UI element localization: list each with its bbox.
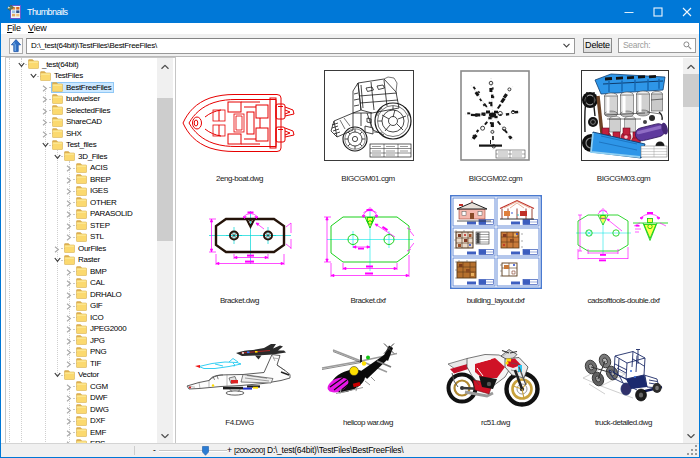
tree-item-content[interactable]: STEP (75, 220, 113, 231)
thumbnail-label[interactable]: helicop war.dwg (343, 418, 393, 427)
tree-item-content[interactable]: STL (75, 231, 107, 242)
combobox-dropdown-icon[interactable] (563, 43, 570, 48)
tree-item-content[interactable]: Raster (63, 254, 103, 265)
tree-item-PARASOLID[interactable]: PARASOLID (6, 208, 175, 220)
collapsed-chevron-icon[interactable] (42, 108, 48, 115)
thumbnail-label[interactable]: Bracket.dwg (220, 296, 259, 305)
tree-item-content[interactable]: CGM (75, 381, 111, 392)
thumb-art-helicop-war[interactable] (321, 341, 399, 395)
tree-item-DWG[interactable]: DWG (6, 404, 175, 416)
collapsed-chevron-icon[interactable] (66, 361, 72, 368)
collapsed-chevron-icon[interactable] (66, 395, 72, 402)
collapsed-chevron-icon[interactable] (42, 85, 48, 92)
expanded-chevron-icon[interactable] (18, 62, 25, 68)
thumbnails-scrollbar[interactable] (683, 58, 699, 444)
up-level-button[interactable] (9, 38, 23, 54)
tree-item-SHX[interactable]: SHX (6, 128, 175, 140)
collapsed-chevron-icon[interactable] (42, 119, 48, 126)
tree-item-CAL[interactable]: CAL (6, 277, 175, 289)
tree-item-budweiser[interactable]: budweiser (6, 93, 175, 105)
tree-item-content[interactable]: PARASOLID (75, 208, 136, 219)
collapsed-chevron-icon[interactable] (66, 292, 72, 299)
tree-item-content[interactable]: DRHALO (75, 289, 125, 300)
tree-item-content[interactable]: DWF (75, 392, 110, 403)
collapsed-chevron-icon[interactable] (66, 234, 72, 241)
tree-item-content[interactable]: SHX (51, 128, 85, 139)
collapsed-chevron-icon[interactable] (66, 315, 72, 322)
expanded-chevron-icon[interactable] (42, 142, 49, 148)
zoom-out-label[interactable]: - (153, 444, 156, 457)
tree-item-content[interactable]: Vector (63, 369, 102, 380)
thumb-art-rc51[interactable] (445, 344, 543, 410)
tree-item-JPEG2000[interactable]: JPEG2000 (6, 323, 175, 335)
tree-item-content[interactable]: CAL (75, 277, 108, 288)
thumbnail-label[interactable]: BIGCGM02.cgm (469, 174, 522, 183)
collapsed-chevron-icon[interactable] (66, 338, 72, 345)
collapsed-chevron-icon[interactable] (42, 96, 48, 103)
collapsed-chevron-icon[interactable] (66, 326, 72, 333)
address-combobox[interactable]: D:\_test(64bit)\TestFiles\BestFreeFiles\ (26, 38, 575, 54)
tree-item-content[interactable]: OurFiles (63, 243, 109, 254)
close-button[interactable] (672, 1, 700, 23)
thumbs-scroll-up-icon[interactable] (683, 58, 699, 75)
thumbnail-label[interactable]: truck-detailed.dwg (595, 418, 652, 427)
thumbnail-label[interactable]: BIGCGM03.cgm (597, 174, 650, 183)
tree-item-OurFiles[interactable]: OurFiles (6, 243, 175, 255)
collapsed-chevron-icon[interactable] (66, 430, 72, 437)
tree-item-content[interactable]: BREP (75, 174, 114, 185)
collapsed-chevron-icon[interactable] (66, 188, 72, 195)
expanded-chevron-icon[interactable] (30, 73, 37, 79)
tree-item-content[interactable]: TIF (75, 358, 104, 369)
zoom-slider-thumb[interactable] (202, 446, 209, 456)
collapsed-chevron-icon[interactable] (66, 407, 72, 414)
tree-scrollbar[interactable] (157, 58, 173, 444)
tree-item-TIF[interactable]: TIF (6, 358, 175, 370)
tree-item-DXF[interactable]: DXF (6, 415, 175, 427)
thumbnail-label[interactable]: F4.DWG (225, 418, 253, 427)
tree-item-JPG[interactable]: JPG (6, 335, 175, 347)
thumbnail-label[interactable]: building_layout.dxf (467, 296, 525, 305)
tree-item-content[interactable]: Test_files (51, 139, 99, 150)
collapsed-chevron-icon[interactable] (66, 280, 72, 287)
menu-file[interactable]: File (7, 23, 21, 34)
maximize-button[interactable] (643, 1, 672, 23)
collapsed-chevron-icon[interactable] (66, 211, 72, 218)
tree-scroll-up-icon[interactable] (157, 58, 173, 75)
tree-item-TestFiles[interactable]: TestFiles (6, 70, 175, 82)
thumb-art-bigcgm03[interactable] (581, 70, 669, 161)
tree-item-Vector[interactable]: Vector (6, 369, 175, 381)
tree-item-BestFreeFiles[interactable]: BestFreeFiles (6, 82, 175, 94)
search-input[interactable]: Search: (618, 38, 696, 53)
tree-item-content[interactable]: ICO (75, 312, 106, 323)
collapsed-chevron-icon[interactable] (66, 384, 72, 391)
thumbnails-scrollbar-thumb[interactable] (683, 74, 699, 107)
tree-item-ACIS[interactable]: ACIS (6, 162, 175, 174)
tree-item-BREP[interactable]: BREP (6, 174, 175, 186)
thumb-art-bracket-dwg[interactable] (207, 206, 293, 268)
menu-view[interactable]: View (28, 23, 47, 34)
tree-item-content[interactable]: 3D_Files (63, 151, 110, 162)
tree-item-content[interactable]: EMF (75, 427, 109, 438)
thumbnail-label[interactable]: 2eng-boat.dwg (216, 174, 263, 183)
thumb-art-f4[interactable] (185, 342, 293, 400)
tree-item-content[interactable]: ACIS (75, 162, 110, 173)
tree-item-content[interactable]: ShareCAD (51, 116, 105, 127)
tree-item-content[interactable]: IGES (75, 185, 111, 196)
tree-item-_test(64bit)[interactable]: _test(64bit) (6, 59, 175, 71)
expanded-chevron-icon[interactable] (54, 257, 61, 263)
thumbnail-label[interactable]: Bracket.dxf (350, 296, 385, 305)
tree-item-GIF[interactable]: GIF (6, 300, 175, 312)
tree-item-STEP[interactable]: STEP (6, 220, 175, 232)
thumb-art-bracket-dxf[interactable] (322, 203, 414, 279)
tree-item-PNG[interactable]: PNG (6, 346, 175, 358)
tree-item-content[interactable]: _test(64bit) (27, 59, 81, 70)
tree-item-content[interactable]: SelectedFiles (51, 105, 113, 116)
tree-item-SelectedFiles[interactable]: SelectedFiles (6, 105, 175, 117)
collapsed-chevron-icon[interactable] (54, 246, 60, 253)
zoom-slider-track[interactable] (159, 450, 227, 452)
tree-item-content[interactable]: budweiser (51, 93, 103, 104)
tree-item-content[interactable]: DXF (75, 415, 108, 426)
tree-item-ICO[interactable]: ICO (6, 312, 175, 324)
tree-item-STL[interactable]: STL (6, 231, 175, 243)
tree-item-OTHER[interactable]: OTHER (6, 197, 175, 209)
